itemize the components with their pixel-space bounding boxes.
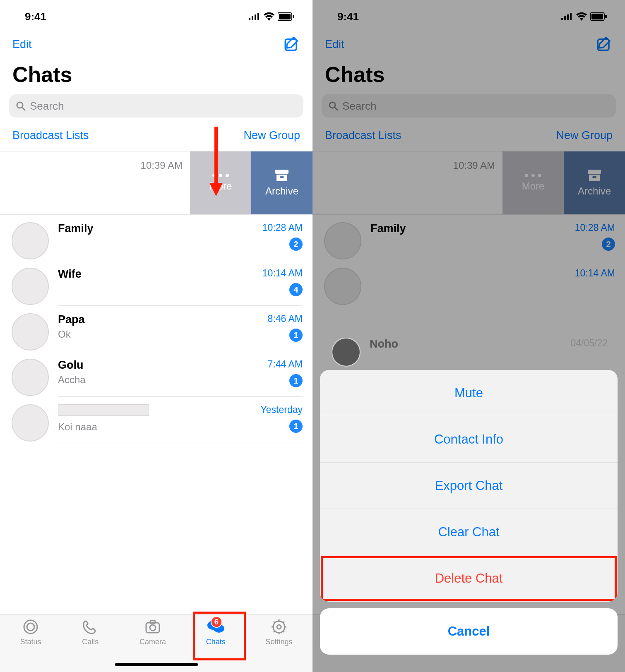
status-bar: 9:41	[312, 0, 625, 33]
sheet-export-chat[interactable]: Export Chat	[320, 463, 618, 509]
chat-time: 10:28 AM	[575, 222, 615, 233]
avatar	[12, 313, 49, 350]
chat-preview: Accha	[58, 374, 86, 386]
chat-name: Family	[370, 222, 406, 235]
search-input[interactable]: Search	[322, 94, 616, 118]
svg-rect-3	[257, 13, 259, 20]
swiped-chat-time: 10:39 AM	[141, 160, 183, 214]
wifi-icon	[576, 12, 587, 21]
unread-badge: 2	[602, 238, 615, 251]
sheet-delete-chat[interactable]: Delete Chat	[320, 555, 618, 602]
tab-calls[interactable]: Calls	[81, 619, 99, 672]
broadcast-lists-link[interactable]: Broadcast Lists	[325, 129, 401, 142]
search-icon	[16, 101, 26, 111]
avatar	[12, 222, 49, 259]
chat-row[interactable]: PapaOk8:46 AM1	[0, 306, 312, 351]
broadcast-lists-link[interactable]: Broadcast Lists	[12, 129, 89, 142]
new-group-link[interactable]: New Group	[556, 129, 613, 142]
chat-time: 10:14 AM	[262, 268, 303, 279]
svg-rect-0	[249, 18, 250, 20]
chat-time: 10:28 AM	[262, 222, 303, 233]
status-icons	[249, 12, 294, 21]
search-icon	[328, 101, 338, 111]
chat-row[interactable]: 10:14 AM	[312, 260, 625, 305]
svg-rect-19	[150, 621, 155, 623]
nav-row: Edit	[312, 33, 625, 54]
chat-row[interactable]: Family10:28 AM2	[0, 215, 312, 260]
status-icons	[561, 12, 607, 21]
swiped-chat-time: 10:39 AM	[453, 160, 495, 214]
chat-row[interactable]: Koi naaaYesterday1	[0, 397, 312, 442]
chat-row[interactable]: Wife10:14 AM4	[0, 260, 312, 306]
avatar	[324, 268, 361, 305]
gear-icon	[270, 619, 288, 635]
sheet-contact-info[interactable]: Contact Info	[320, 416, 618, 463]
chat-row[interactable]: GoluAccha7:44 AM1	[0, 351, 312, 397]
home-indicator[interactable]	[115, 663, 198, 666]
chat-name: Noho	[370, 338, 398, 350]
archive-icon	[274, 169, 289, 182]
sheet-cancel[interactable]: Cancel	[320, 608, 618, 655]
svg-line-28	[274, 622, 275, 623]
cellular-icon	[561, 13, 573, 20]
svg-line-30	[283, 622, 284, 623]
nav-row: Edit	[0, 33, 312, 54]
swipe-archive-button[interactable]: Archive	[564, 151, 625, 214]
new-group-link[interactable]: New Group	[243, 129, 300, 142]
sheet-mute[interactable]: Mute	[320, 370, 618, 416]
svg-rect-42	[588, 170, 601, 174]
status-time: 9:41	[337, 10, 359, 23]
edit-button[interactable]: Edit	[12, 38, 32, 51]
compose-icon[interactable]	[597, 36, 613, 52]
tab-label: Settings	[266, 638, 293, 646]
svg-point-15	[24, 620, 37, 634]
more-dots-icon	[525, 174, 541, 177]
svg-rect-10	[275, 170, 288, 174]
compose-icon[interactable]	[284, 36, 300, 52]
swipe-archive-button[interactable]: Archive	[251, 151, 312, 214]
phone-right: 9:41 Edit Chats Search Broadcast Lists N…	[312, 0, 625, 672]
avatar	[12, 268, 49, 305]
avatar	[332, 338, 361, 367]
status-icon	[22, 619, 40, 635]
chat-name-redacted	[58, 404, 149, 416]
svg-line-41	[335, 108, 337, 110]
svg-rect-38	[605, 15, 607, 18]
svg-rect-37	[591, 14, 603, 19]
archive-icon	[587, 169, 602, 182]
chat-preview: Ok	[58, 329, 85, 340]
action-sheet: Noho04/05/22 Mute Contact Info Export Ch…	[312, 332, 625, 672]
svg-rect-35	[570, 13, 572, 20]
edit-button[interactable]: Edit	[325, 38, 344, 51]
sub-links-row: Broadcast Lists New Group	[0, 122, 312, 151]
swiped-chat-name: chrute	[312, 160, 453, 173]
tab-chats[interactable]: 6Chats	[206, 619, 226, 672]
svg-rect-5	[279, 14, 291, 19]
sub-links-row: Broadcast Lists New Group	[312, 122, 625, 151]
swipe-archive-label: Archive	[265, 185, 298, 197]
tab-status[interactable]: Status	[20, 619, 41, 672]
tab-settings[interactable]: Settings	[266, 619, 293, 672]
svg-rect-12	[280, 176, 284, 178]
phone-icon	[81, 619, 99, 635]
chat-time: 7:44 AM	[268, 359, 303, 370]
battery-icon	[278, 12, 294, 21]
unread-badge: 2	[289, 238, 303, 251]
chat-name: Wife	[58, 268, 82, 281]
chat-time: 8:46 AM	[268, 313, 303, 324]
tab-label: Camera	[139, 638, 166, 646]
camera-icon	[144, 619, 162, 635]
chat-name: Family	[58, 222, 94, 235]
svg-point-16	[27, 623, 34, 631]
swiped-chat-row[interactable]: chrute nga soon 10:39 AM More Archive	[312, 151, 625, 215]
search-placeholder: Search	[30, 100, 64, 113]
chat-row[interactable]: Family10:28 AM2	[312, 215, 625, 260]
sheet-clear-chat[interactable]: Clear Chat	[320, 509, 618, 555]
swiped-chat-row[interactable]: chrute nga soon 10:39 AM More Archive	[0, 151, 312, 215]
swipe-more-button[interactable]: More	[502, 151, 564, 214]
svg-rect-6	[293, 15, 294, 18]
avatar	[12, 404, 49, 442]
unread-badge: 4	[289, 283, 303, 296]
search-input[interactable]: Search	[9, 94, 303, 118]
battery-icon	[590, 12, 607, 21]
